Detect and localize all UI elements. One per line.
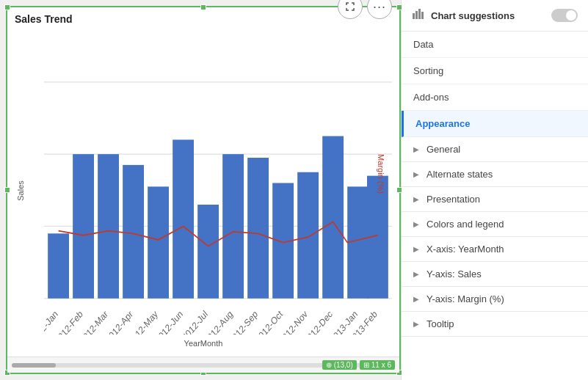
toggle-knob xyxy=(566,10,576,21)
section-row-tooltip[interactable]: ▶ Tooltip xyxy=(402,312,588,336)
scroll-thumb[interactable] xyxy=(12,363,56,368)
panel-header: Chart suggestions xyxy=(402,0,588,32)
svg-text:2012-May: 2012-May xyxy=(127,308,160,335)
panel-header-title-area: Chart suggestions xyxy=(412,7,515,23)
section-row-y-axis-sales[interactable]: ▶ Y-axis: Sales xyxy=(402,262,588,286)
section-row-alternate-states[interactable]: ▶ Alternate states xyxy=(402,162,588,186)
more-options-button[interactable]: ··· xyxy=(367,0,392,19)
svg-rect-16 xyxy=(148,186,169,298)
nav-item-addons-label: Add-ons xyxy=(413,92,449,103)
section-y-axis-margin[interactable]: ▶ Y-axis: Margin (%) xyxy=(402,287,588,312)
svg-rect-13 xyxy=(73,154,94,299)
nav-item-appearance[interactable]: Appearance xyxy=(402,111,588,137)
svg-text:2012-Nov: 2012-Nov xyxy=(277,308,310,335)
chevron-icon-general: ▶ xyxy=(413,145,419,153)
svg-rect-19 xyxy=(222,154,244,299)
svg-rect-40 xyxy=(413,13,415,19)
grid-badge: ⊞ 11 x 6 xyxy=(360,360,395,370)
svg-rect-43 xyxy=(421,12,424,19)
chart-body: Sales Margin (%) 0 2M 4M 6M 35 40 45 50 xyxy=(7,25,399,357)
nav-item-addons[interactable]: Add-ons xyxy=(402,84,588,111)
chevron-icon-alternate-states: ▶ xyxy=(413,170,419,178)
svg-rect-18 xyxy=(197,205,219,299)
chart-toolbar: ··· xyxy=(338,0,392,19)
section-row-x-axis[interactable]: ▶ X-axis: YearMonth xyxy=(402,237,588,261)
section-presentation[interactable]: ▶ Presentation xyxy=(402,187,588,212)
chevron-icon-tooltip: ▶ xyxy=(413,320,419,328)
grid-icon: ⊞ xyxy=(363,361,369,369)
x-axis-label: YearMonth xyxy=(7,339,399,348)
resize-handle-tm[interactable] xyxy=(200,4,206,10)
nav-item-sorting[interactable]: Sorting xyxy=(402,58,588,84)
chart-svg: 0 2M 4M 6M 35 40 45 50 xyxy=(44,28,392,335)
svg-text:2012-Oct: 2012-Oct xyxy=(254,308,285,335)
svg-rect-22 xyxy=(297,172,319,299)
svg-text:2012-Sep: 2012-Sep xyxy=(228,308,260,335)
section-label-y-axis-sales: Y-axis: Sales xyxy=(427,268,482,279)
nav-item-sorting-label: Sorting xyxy=(413,65,443,76)
section-label-y-axis-margin: Y-axis: Margin (%) xyxy=(427,293,504,304)
section-row-colors-legend[interactable]: ▶ Colors and legend xyxy=(402,212,588,236)
chevron-icon-presentation: ▶ xyxy=(413,195,419,203)
svg-text:2012-Dec: 2012-Dec xyxy=(302,309,335,335)
chart-suggestions-icon xyxy=(412,7,425,23)
section-y-axis-sales[interactable]: ▶ Y-axis: Sales xyxy=(402,262,588,287)
svg-rect-20 xyxy=(247,158,269,299)
section-general[interactable]: ▶ General xyxy=(402,137,588,162)
chart-bottom-bar: ⊕ (13,0) ⊞ 11 x 6 xyxy=(7,357,399,373)
nav-item-data[interactable]: Data xyxy=(402,32,588,58)
section-tooltip[interactable]: ▶ Tooltip xyxy=(402,312,588,337)
svg-text:2012-Jan: 2012-Jan xyxy=(44,308,60,335)
svg-text:2012-Aug: 2012-Aug xyxy=(203,308,235,335)
chevron-icon-colors-legend: ▶ xyxy=(413,220,419,228)
panel-nav: Data Sorting Add-ons Appearance xyxy=(402,32,588,137)
svg-rect-41 xyxy=(415,11,418,19)
chevron-icon-x-axis: ▶ xyxy=(413,245,419,253)
target-icon: ⊕ xyxy=(326,361,332,369)
right-panel: Chart suggestions Data Sorting Add-ons A… xyxy=(401,0,588,380)
resize-handle-tr[interactable] xyxy=(396,4,402,10)
svg-text:2012-Jul: 2012-Jul xyxy=(181,309,210,335)
section-row-presentation[interactable]: ▶ Presentation xyxy=(402,187,588,211)
svg-rect-42 xyxy=(418,9,421,19)
section-label-presentation: Presentation xyxy=(427,194,480,205)
svg-rect-15 xyxy=(123,165,144,299)
section-label-colors-legend: Colors and legend xyxy=(427,219,504,230)
svg-text:2012-Apr: 2012-Apr xyxy=(104,309,135,335)
coordinates-value: (13,0) xyxy=(334,361,353,369)
svg-rect-14 xyxy=(98,154,119,299)
svg-rect-24 xyxy=(347,186,369,298)
chevron-icon-y-axis-sales: ▶ xyxy=(413,270,419,278)
resize-handle-tl[interactable] xyxy=(4,4,10,10)
svg-rect-12 xyxy=(48,233,69,299)
coordinates-badge: ⊕ (13,0) xyxy=(322,360,357,370)
section-colors-legend[interactable]: ▶ Colors and legend xyxy=(402,212,588,237)
section-alternate-states[interactable]: ▶ Alternate states xyxy=(402,162,588,187)
chart-suggestions-toggle[interactable] xyxy=(551,9,578,22)
nav-item-data-label: Data xyxy=(413,39,433,50)
grid-value: 11 x 6 xyxy=(371,361,391,369)
y-axis-right-label: Margin (%) xyxy=(377,154,385,194)
chart-status: ⊕ (13,0) ⊞ 11 x 6 xyxy=(322,360,395,370)
chevron-icon-y-axis-margin: ▶ xyxy=(413,295,419,303)
svg-text:2012-Jun: 2012-Jun xyxy=(153,308,184,335)
section-label-tooltip: Tooltip xyxy=(427,318,454,329)
nav-item-appearance-label: Appearance xyxy=(415,118,470,129)
panel-title: Chart suggestions xyxy=(431,10,515,21)
expand-button[interactable] xyxy=(338,0,363,19)
svg-rect-17 xyxy=(173,139,194,298)
section-label-general: General xyxy=(427,144,460,155)
section-row-general[interactable]: ▶ General xyxy=(402,137,588,161)
svg-rect-23 xyxy=(322,136,344,299)
section-row-y-axis-margin[interactable]: ▶ Y-axis: Margin (%) xyxy=(402,287,588,311)
section-x-axis[interactable]: ▶ X-axis: YearMonth xyxy=(402,237,588,262)
section-label-alternate-states: Alternate states xyxy=(427,169,493,180)
y-axis-left-label: Sales xyxy=(16,180,25,201)
section-label-x-axis: X-axis: YearMonth xyxy=(427,244,504,255)
chart-container: ··· Sales Trend Sales Margin (%) 0 2M 4M… xyxy=(6,6,401,374)
svg-text:2012-Mar: 2012-Mar xyxy=(78,309,109,335)
svg-text:2012-Feb: 2012-Feb xyxy=(53,308,84,335)
